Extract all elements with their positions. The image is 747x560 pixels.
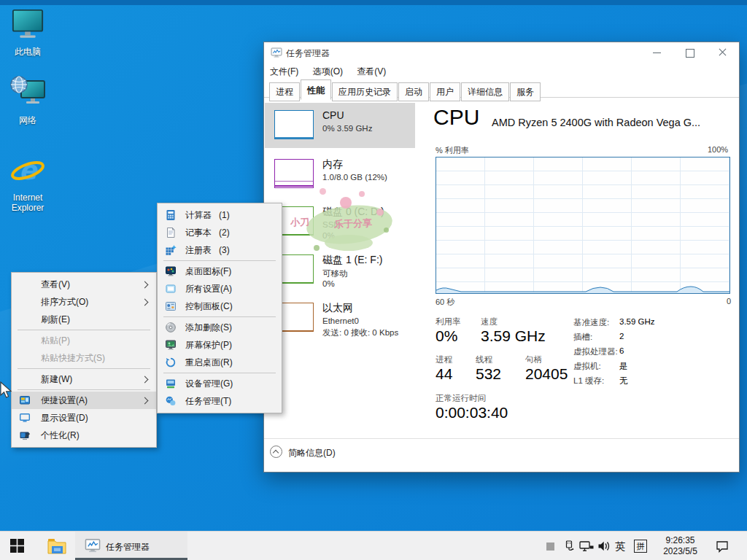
control-panel-icon <box>165 300 177 312</box>
menu-view[interactable]: 查看(V) <box>351 63 392 78</box>
tab-performance[interactable]: 性能 <box>301 79 331 100</box>
desktop-icon-label: 此电脑 <box>4 47 52 57</box>
minimize-button[interactable] <box>640 42 673 63</box>
sidebar-item-memory[interactable]: 内存 1.0/8.0 GB (12%) <box>265 152 415 197</box>
taskbar-task-manager-button[interactable]: 任务管理器 <box>75 532 187 560</box>
desktop-icon-network[interactable]: 网络 <box>4 75 52 125</box>
desktop-icon-this-pc[interactable]: 此电脑 <box>4 8 52 57</box>
title-bar[interactable]: 任务管理器 <box>264 42 739 63</box>
submenu-item-all-settings[interactable]: 所有设置(A) <box>158 280 282 298</box>
network-tray-icon[interactable] <box>579 541 594 552</box>
context-item-sort-by[interactable]: 排序方式(O) <box>12 293 156 311</box>
context-item-view[interactable]: 查看(V) <box>12 276 156 293</box>
usb-tray-icon[interactable] <box>563 540 575 552</box>
context-item-quick-settings[interactable]: 便捷设置(A) <box>12 392 156 409</box>
sidebar-item-ethernet[interactable]: 以太网 Ethernet0 发送: 0 接收: 0 Kbps <box>265 295 415 343</box>
desktop-icon-label: 网络 <box>4 115 52 125</box>
menu-bar: 文件(F) 选项(O) 查看(V) <box>264 63 739 79</box>
add-remove-icon <box>165 322 177 333</box>
context-item-refresh[interactable]: 刷新(E) <box>12 311 156 328</box>
fewer-details-label[interactable]: 简略信息(D) <box>288 447 336 459</box>
this-pc-icon <box>11 8 44 42</box>
tab-users[interactable]: 用户 <box>430 82 460 101</box>
uptime-value: 0:00:03:40 <box>436 404 508 421</box>
restart-desktop-icon <box>165 357 177 368</box>
quick-settings-icon <box>19 394 31 406</box>
sidebar-item-cpu[interactable]: CPU 0% 3.59 GHz <box>265 103 415 148</box>
desktop-context-menu: 查看(V) 排序方式(O) 刷新(E) 粘贴(P) 粘贴快捷方式(S) 新建(W… <box>11 272 157 448</box>
window-title: 任务管理器 <box>286 47 330 60</box>
file-explorer-button[interactable] <box>41 532 73 560</box>
menu-separator <box>18 330 150 330</box>
speed-label: 速度 <box>481 316 498 327</box>
registry-icon <box>165 244 177 256</box>
desktop[interactable]: 此电脑 网络 e Internet Explorer <box>0 0 747 560</box>
menu-separator <box>18 368 150 369</box>
submenu-item-device-manager[interactable]: 设备管理(G) <box>158 375 282 392</box>
submenu-item-desktop-icons[interactable]: 桌面图标(F) <box>158 262 282 280</box>
sidebar-item-disk1[interactable]: 磁盘 1 (E: F:) 可移动 0% <box>265 247 415 295</box>
chevron-right-icon <box>142 298 149 306</box>
maximize-button[interactable] <box>673 42 706 63</box>
menu-file[interactable]: 文件(F) <box>264 63 304 78</box>
menu-separator <box>163 373 276 373</box>
submenu-item-registry[interactable]: 注册表(3) <box>158 241 282 259</box>
tab-details[interactable]: 详细信息 <box>461 82 509 101</box>
context-item-new[interactable]: 新建(W) <box>12 370 156 388</box>
submenu-item-screensaver[interactable]: 屏幕保护(P) <box>158 336 282 354</box>
speed-value: 3.59 GHz <box>481 327 546 345</box>
context-item-paste: 粘贴(P) <box>12 332 156 349</box>
submenu-item-notepad[interactable]: 记事本(2) <box>158 224 282 241</box>
notepad-icon <box>165 227 177 238</box>
submenu-item-add-remove[interactable]: 添加删除(S) <box>158 319 282 336</box>
sidebar-item-disk0[interactable]: 磁盘 0 (C: D:) SSD 0% <box>265 199 415 247</box>
menu-options[interactable]: 选项(O) <box>307 63 349 78</box>
chevron-right-icon <box>142 281 149 288</box>
submenu-item-control-panel[interactable]: 控制面板(C) <box>158 298 282 315</box>
file-explorer-icon <box>47 537 66 554</box>
menu-separator <box>18 389 150 390</box>
taskbar-clock[interactable]: 9:26:35 2023/5/5 <box>653 535 708 557</box>
collapse-toggle[interactable] <box>270 446 282 458</box>
virtual-machine-value: 是 <box>619 361 628 372</box>
personalize-icon <box>19 429 31 441</box>
menu-separator <box>163 316 276 317</box>
processes-label: 进程 <box>436 354 452 365</box>
tab-services[interactable]: 服务 <box>510 82 541 101</box>
tab-startup[interactable]: 启动 <box>398 82 429 101</box>
tab-processes[interactable]: 进程 <box>269 82 300 101</box>
util-value: 0% <box>436 327 457 345</box>
internet-explorer-icon: e <box>10 155 45 187</box>
desktop-icon-internet-explorer[interactable]: e Internet Explorer <box>4 155 52 213</box>
context-item-display-settings[interactable]: 显示设置(D) <box>12 409 156 427</box>
submenu-item-calculator[interactable]: 计算器(1) <box>158 206 282 224</box>
windows-logo-icon <box>10 539 24 553</box>
cpu-heading: CPU <box>433 105 479 130</box>
util-label: 利用率 <box>436 316 461 327</box>
cpu-subtitle: AMD Ryzen 5 2400G with Radeon Vega G... <box>492 117 700 128</box>
action-center-icon[interactable] <box>716 540 729 553</box>
chart-x-left: 60 秒 <box>436 297 454 308</box>
context-item-personalize[interactable]: 个性化(R) <box>12 427 156 444</box>
volume-tray-icon[interactable] <box>597 540 611 552</box>
screensaver-icon <box>165 339 177 351</box>
minimize-icon <box>653 52 661 53</box>
ime-mode-indicator[interactable]: 拼 <box>634 540 647 553</box>
start-button[interactable] <box>0 532 35 560</box>
virtual-processors-value: 6 <box>619 346 624 355</box>
l1-cache-label: L1 缓存: <box>573 376 604 386</box>
desktop-icons-icon <box>165 265 177 277</box>
display-settings-icon <box>19 412 31 424</box>
submenu-item-restart-desktop[interactable]: 重启桌面(R) <box>158 354 282 371</box>
chevron-right-icon <box>142 376 149 383</box>
maximize-icon <box>686 49 694 58</box>
show-hidden-icons[interactable] <box>546 542 554 551</box>
cpu-usage-chart <box>436 157 730 294</box>
submenu-item-task-manager[interactable]: 任务管理(T) <box>158 392 282 410</box>
close-button[interactable] <box>706 42 739 63</box>
ime-language-indicator[interactable]: 英 <box>615 540 625 553</box>
desktop-icon-label: Internet Explorer <box>4 192 52 213</box>
chevron-up-icon <box>273 449 279 455</box>
tab-app-history[interactable]: 应用历史记录 <box>332 82 398 101</box>
threads-label: 线程 <box>476 354 492 365</box>
